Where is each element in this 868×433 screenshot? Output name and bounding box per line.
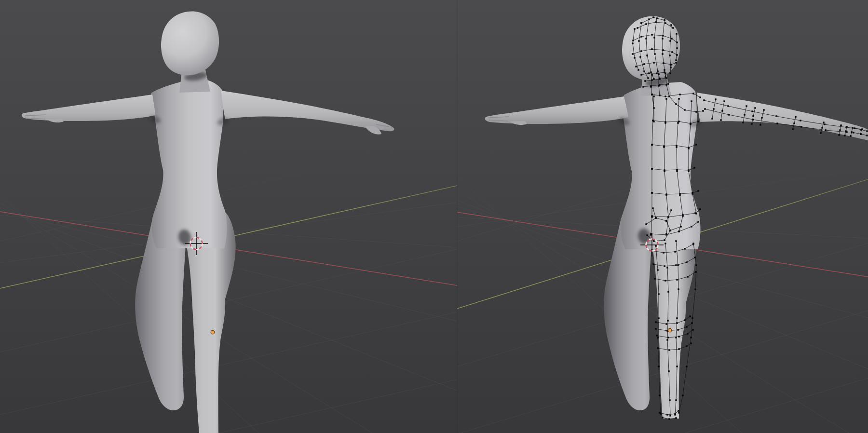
viewport-object-mode[interactable] <box>0 0 457 433</box>
blender-3d-viewport <box>0 0 868 433</box>
viewport-edit-mode[interactable] <box>457 0 868 433</box>
